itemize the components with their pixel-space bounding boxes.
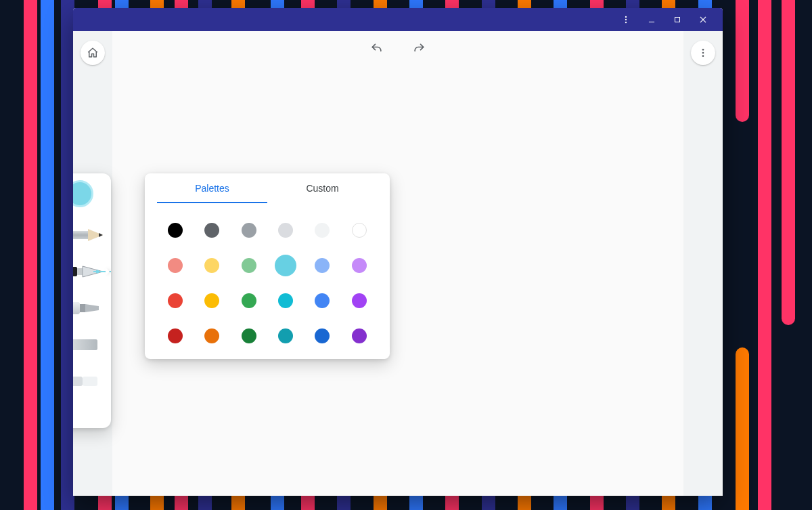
current-color-swatch[interactable] — [73, 180, 93, 207]
tab-palettes[interactable]: Palettes — [157, 173, 267, 203]
overflow-menu-button[interactable] — [691, 41, 715, 65]
drawing-app-window: Palettes Custom — [73, 8, 723, 496]
tab-custom[interactable]: Custom — [267, 173, 378, 203]
titlebar-more-icon[interactable] — [614, 11, 637, 28]
svg-rect-4 — [675, 18, 680, 22]
color-swatch[interactable] — [242, 223, 256, 238]
home-icon — [87, 47, 99, 59]
svg-marker-13 — [99, 233, 103, 237]
color-swatch[interactable] — [204, 223, 219, 238]
color-swatch[interactable] — [315, 258, 330, 273]
color-swatch[interactable] — [352, 328, 367, 343]
svg-point-8 — [702, 52, 704, 54]
pen-icon — [73, 258, 111, 285]
window-minimize-button[interactable] — [640, 11, 663, 28]
svg-rect-11 — [73, 231, 88, 239]
redo-icon — [412, 42, 426, 56]
eraser-icon — [73, 369, 110, 394]
color-swatch[interactable] — [242, 293, 256, 308]
color-swatch[interactable] — [168, 223, 183, 238]
color-swatch[interactable] — [204, 258, 219, 273]
svg-point-1 — [625, 19, 627, 20]
svg-point-2 — [625, 22, 627, 23]
color-swatch[interactable] — [242, 258, 256, 273]
pencil-icon — [73, 223, 110, 247]
tool-eraser[interactable] — [73, 363, 111, 400]
color-swatch[interactable] — [315, 223, 330, 238]
right-rail — [683, 31, 723, 496]
undo-redo-bar — [367, 39, 428, 58]
window-close-button[interactable] — [692, 11, 715, 28]
window-maximize-button[interactable] — [666, 11, 689, 28]
swatch-grid — [157, 203, 378, 347]
redo-button[interactable] — [409, 39, 428, 58]
svg-rect-14 — [73, 267, 77, 276]
window-titlebar — [73, 8, 723, 31]
app-chrome: Palettes Custom — [73, 31, 723, 496]
svg-rect-19 — [73, 302, 80, 314]
svg-rect-20 — [80, 304, 85, 312]
undo-button[interactable] — [367, 39, 386, 58]
palette-tabs: Palettes Custom — [157, 173, 378, 203]
tool-marker[interactable] — [73, 290, 111, 326]
svg-point-7 — [702, 49, 704, 51]
svg-rect-24 — [73, 377, 83, 386]
color-palette-popover: Palettes Custom — [145, 173, 390, 359]
color-swatch[interactable] — [352, 223, 367, 238]
color-swatch[interactable] — [204, 328, 219, 343]
color-swatch[interactable] — [275, 255, 296, 276]
tool-chalk[interactable] — [73, 326, 111, 363]
tool-pen[interactable] — [73, 253, 111, 290]
color-swatch[interactable] — [204, 293, 219, 308]
svg-rect-15 — [77, 268, 83, 275]
color-swatch[interactable] — [168, 258, 183, 273]
color-swatch[interactable] — [278, 293, 293, 308]
undo-icon — [370, 42, 384, 56]
svg-rect-25 — [83, 377, 97, 386]
color-swatch[interactable] — [352, 293, 367, 308]
svg-point-17 — [96, 270, 99, 274]
svg-rect-23 — [73, 339, 97, 350]
color-swatch[interactable] — [315, 328, 330, 343]
marker-icon — [73, 295, 110, 322]
color-swatch[interactable] — [278, 328, 293, 343]
tools-panel — [73, 173, 111, 428]
color-swatch[interactable] — [352, 258, 367, 273]
svg-point-0 — [625, 16, 627, 18]
svg-point-9 — [702, 55, 704, 57]
color-swatch[interactable] — [278, 223, 293, 238]
svg-marker-21 — [85, 304, 99, 312]
more-vert-icon — [698, 47, 708, 58]
color-swatch[interactable] — [168, 328, 183, 343]
chalk-icon — [73, 333, 110, 357]
tool-pencil[interactable] — [73, 217, 111, 253]
color-swatch[interactable] — [168, 293, 183, 308]
color-swatch[interactable] — [242, 328, 256, 343]
color-swatch[interactable] — [315, 293, 330, 308]
home-button[interactable] — [81, 41, 105, 65]
